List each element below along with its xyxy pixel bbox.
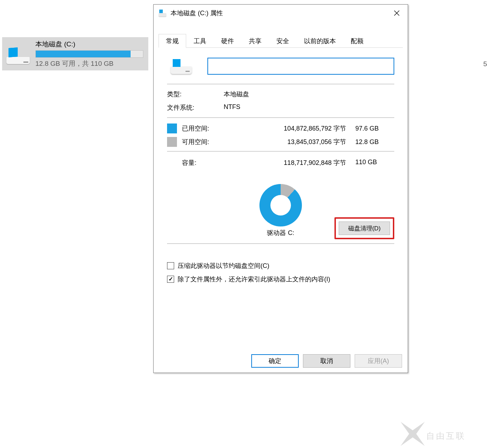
drive-info: 本地磁盘 (C:) 12.8 GB 可用，共 110 GB	[35, 40, 144, 68]
tab-general[interactable]: 常规	[159, 34, 186, 48]
type-value: 本地磁盘	[224, 90, 394, 98]
filesystem-value: NTFS	[224, 103, 394, 112]
apply-button[interactable]: 应用(A)	[355, 354, 402, 368]
tab-sharing[interactable]: 共享	[241, 34, 269, 47]
type-label: 类型:	[167, 90, 224, 98]
tab-previous-versions[interactable]: 以前的版本	[297, 34, 343, 47]
cancel-button[interactable]: 取消	[303, 354, 350, 368]
capacity-bytes: 118,717,902,848 字节	[230, 159, 353, 168]
dialog-buttons: 确定 取消 应用(A)	[251, 354, 402, 368]
drive-tile-title: 本地磁盘 (C:)	[35, 40, 144, 49]
separator	[167, 117, 394, 118]
capacity-label: 容量:	[182, 159, 228, 168]
compress-checkbox[interactable]	[167, 262, 174, 269]
tabs: 常规 工具 硬件 共享 安全 以前的版本 配额	[159, 34, 403, 48]
free-bytes: 13,845,037,056 字节	[230, 138, 353, 146]
checkboxes: 压缩此驱动器以节约磁盘空间(C) 除了文件属性外，还允许索引此驱动器上文件的内容…	[167, 262, 394, 283]
ok-button[interactable]: 确定	[251, 354, 299, 368]
tab-security[interactable]: 安全	[269, 34, 297, 47]
drive-icon	[6, 42, 30, 65]
compress-label: 压缩此驱动器以节约磁盘空间(C)	[178, 262, 269, 270]
background-fragment: 5	[483, 60, 487, 68]
drive-icon	[159, 9, 167, 17]
tab-tools[interactable]: 工具	[186, 34, 214, 47]
drive-tile-subtitle: 12.8 GB 可用，共 110 GB	[35, 59, 144, 68]
used-label: 已用空间:	[182, 124, 228, 133]
drive-icon	[171, 58, 193, 75]
index-checkbox-row[interactable]: 除了文件属性外，还允许索引此驱动器上文件的内容(I)	[167, 275, 394, 283]
watermark: 自由互联	[401, 422, 486, 447]
drive-name-input[interactable]	[207, 58, 394, 75]
filesystem-label: 文件系统:	[167, 103, 224, 112]
compress-checkbox-row[interactable]: 压缩此驱动器以节约磁盘空间(C)	[167, 262, 394, 270]
drive-usage-bar	[35, 50, 143, 58]
dialog-title: 本地磁盘 (C:) 属性	[171, 9, 387, 17]
index-label: 除了文件属性外，还允许索引此驱动器上文件的内容(I)	[178, 275, 330, 283]
index-checkbox[interactable]	[167, 276, 174, 283]
type-filesystem: 类型: 本地磁盘 文件系统: NTFS	[167, 90, 394, 112]
used-space-row: 已用空间: 104,872,865,792 字节 97.6 GB	[167, 124, 394, 133]
svg-marker-2	[401, 422, 425, 446]
free-swatch	[167, 137, 177, 147]
used-human: 97.6 GB	[355, 125, 394, 132]
used-bytes: 104,872,865,792 字节	[230, 124, 353, 133]
separator	[167, 243, 394, 244]
separator	[167, 84, 394, 84]
space-section: 已用空间: 104,872,865,792 字节 97.6 GB 可用空间: 1…	[167, 124, 394, 147]
properties-dialog: 本地磁盘 (C:) 属性 常规 工具 硬件 共享 安全 以前的版本 配额 类型:…	[153, 4, 408, 373]
capacity-human: 110 GB	[355, 159, 394, 168]
free-label: 可用空间:	[182, 138, 228, 146]
separator	[167, 151, 394, 151]
tab-content: 类型: 本地磁盘 文件系统: NTFS 已用空间: 104,872,865,79…	[159, 48, 403, 347]
chart-drive-label: 驱动器 C:	[267, 229, 294, 237]
drive-tile[interactable]: 本地磁盘 (C:) 12.8 GB 可用，共 110 GB	[2, 37, 148, 70]
disk-cleanup-highlight: 磁盘清理(D)	[334, 217, 394, 239]
free-space-row: 可用空间: 13,845,037,056 字节 12.8 GB	[167, 137, 394, 147]
disk-cleanup-button[interactable]: 磁盘清理(D)	[339, 222, 390, 235]
titlebar[interactable]: 本地磁盘 (C:) 属性	[154, 5, 408, 22]
free-human: 12.8 GB	[355, 138, 394, 146]
close-icon	[394, 10, 400, 16]
used-swatch	[167, 124, 177, 133]
tab-hardware[interactable]: 硬件	[214, 34, 241, 47]
tab-quota[interactable]: 配额	[343, 34, 371, 47]
drive-usage-fill	[36, 51, 131, 57]
usage-donut-chart	[259, 184, 302, 226]
close-button[interactable]	[387, 6, 406, 20]
chart-area: 驱动器 C: 磁盘清理(D)	[167, 173, 394, 237]
capacity-row: 容量: 118,717,902,848 字节 110 GB	[167, 159, 394, 168]
